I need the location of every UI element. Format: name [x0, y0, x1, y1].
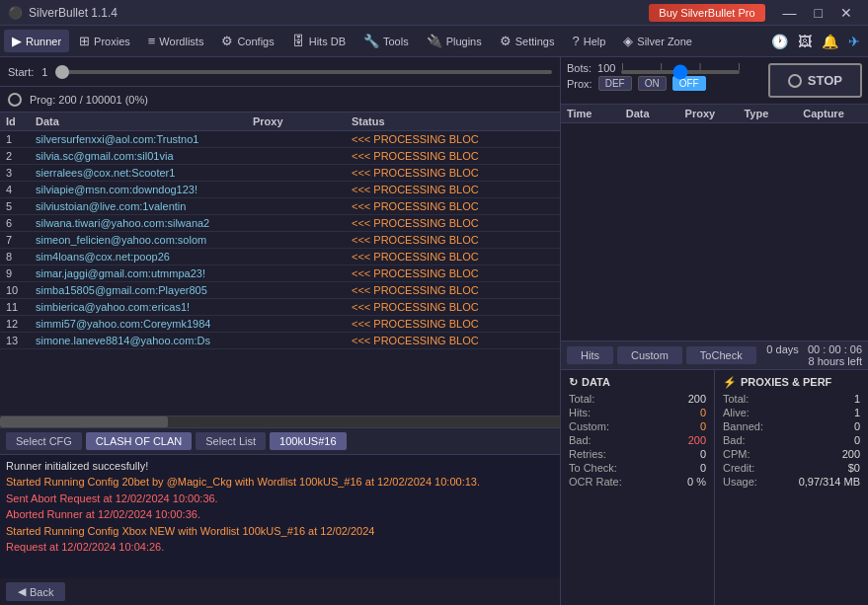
nav-settings[interactable]: ⚙ Settings: [492, 30, 563, 52]
cell-id: 7: [6, 234, 36, 246]
stat-label: Custom:: [569, 420, 609, 432]
cell-id: 8: [6, 251, 36, 263]
stat-label: To Check:: [569, 462, 617, 474]
table-row: 7 simeon_felicien@yahoo.com:solom <<< PR…: [0, 232, 560, 249]
start-slider[interactable]: [55, 70, 552, 74]
nav-help[interactable]: ? Help: [564, 30, 613, 52]
config-name-button[interactable]: CLASH OF CLAN: [86, 432, 192, 450]
cell-data: silvia.sc@gmail.com:sil01via: [36, 150, 253, 162]
cell-proxy: [253, 234, 352, 246]
table-row: 9 simar.jaggi@gmail.com:utmmpa23! <<< PR…: [0, 265, 560, 282]
timer-days-time: 0 days 00 : 00 : 06: [766, 343, 862, 355]
log-line: Runner initialized succesfully!: [6, 459, 554, 474]
runner-icon: ▶: [12, 34, 22, 48]
stat-row: CPM: 200: [723, 448, 860, 460]
cell-status: <<< PROCESSING BLOC: [352, 301, 554, 313]
stat-value: 200: [842, 448, 860, 460]
col-id-header: Id: [6, 115, 36, 127]
nav-runner[interactable]: ▶ Runner: [4, 30, 69, 52]
timer-hit-area: Hits Custom ToCheck 0 days 00 : 00 : 06 …: [561, 341, 868, 370]
stat-value: 0: [700, 462, 706, 474]
nav-hitsdb[interactable]: 🗄 Hits DB: [284, 30, 354, 52]
cell-proxy: [253, 267, 352, 279]
silverzone-icon: ◈: [623, 34, 633, 48]
stat-label: OCR Rate:: [569, 476, 622, 488]
stat-row: Bad: 0: [723, 434, 860, 446]
hits-table-header: Time Data Proxy Type Capture: [561, 105, 868, 123]
stat-label: Retries:: [569, 448, 606, 460]
cell-data: sim4loans@cox.net:poop26: [36, 251, 253, 263]
nav-runner-label: Runner: [26, 36, 61, 47]
stat-row: Total: 1: [723, 393, 860, 405]
stat-row: Hits: 0: [569, 407, 706, 418]
stop-button[interactable]: STOP: [768, 63, 862, 98]
nav-proxies[interactable]: ⊞ Proxies: [71, 30, 138, 52]
start-value: 1: [41, 66, 47, 78]
list-name-button[interactable]: 100kUS#16: [270, 432, 347, 450]
help-icon: ?: [572, 34, 579, 48]
cell-id: 10: [6, 284, 36, 296]
stat-row: Custom: 0: [569, 420, 706, 432]
col-status-header: Status: [352, 115, 554, 127]
cell-data: silversurfenxxi@aol.com:Trustno1: [36, 133, 253, 145]
stat-value: 200: [688, 434, 706, 446]
select-cfg-button[interactable]: Select CFG: [6, 432, 82, 450]
bots-value: 100: [597, 62, 615, 74]
nav-silverzone[interactable]: ◈ Silver Zone: [615, 30, 700, 52]
cell-data: silwana.tiwari@yahoo.com:silwana2: [36, 217, 253, 229]
nav-plugins[interactable]: 🔌 Plugins: [419, 30, 490, 52]
nav-settings-label: Settings: [515, 36, 555, 47]
main-content: Start: 1 Prog: 200 / 100001 (0%) Id Data…: [0, 57, 868, 605]
hitsdb-icon: 🗄: [292, 34, 305, 48]
cell-data: silviustoian@live.com:1valentin: [36, 200, 253, 212]
nav-silverzone-label: Silver Zone: [637, 36, 692, 47]
cell-status: <<< PROCESSING BLOC: [352, 318, 554, 330]
stat-value: 0 %: [687, 476, 706, 488]
nav-hitsdb-label: Hits DB: [309, 36, 346, 47]
bots-slider[interactable]: [621, 70, 740, 74]
stat-row: Bad: 200: [569, 434, 706, 446]
hits-button[interactable]: Hits: [567, 346, 613, 364]
tocheck-button[interactable]: ToCheck: [686, 346, 756, 364]
nav-tools[interactable]: 🔧 Tools: [355, 30, 417, 52]
timer-display: 0 days 00 : 00 : 06 8 hours left: [766, 343, 862, 367]
nav-wordlists[interactable]: ≡ Wordlists: [140, 30, 212, 52]
cell-id: 9: [6, 267, 36, 279]
log-line: Aborted Runner at 12/02/2024 10:00:36.: [6, 507, 554, 522]
table-row: 1 silversurfenxxi@aol.com:Trustno1 <<< P…: [0, 131, 560, 148]
left-panel: Start: 1 Prog: 200 / 100001 (0%) Id Data…: [0, 57, 561, 605]
data-stats-rows: Total: 200 Hits: 0 Custom: 0 Bad: 200 Re…: [569, 393, 706, 488]
table-body: 1 silversurfenxxi@aol.com:Trustno1 <<< P…: [0, 131, 560, 416]
cell-status: <<< PROCESSING BLOC: [352, 184, 554, 195]
cell-data: simmi57@yahoo.com:Coreymk1984: [36, 318, 253, 330]
cell-data: silviapie@msn.com:downdog123!: [36, 184, 253, 195]
nav-bar: ▶ Runner ⊞ Proxies ≡ Wordlists ⚙ Configs…: [0, 26, 868, 57]
perf-stats-title: ⚡ PROXIES & PERF: [723, 376, 860, 389]
cell-data: simba15805@gmail.com:Player805: [36, 284, 253, 296]
minimize-button[interactable]: —: [775, 4, 805, 22]
buy-button[interactable]: Buy SilverBullet Pro: [649, 4, 764, 22]
nav-plugins-label: Plugins: [446, 36, 482, 47]
horizontal-scrollbar[interactable]: [0, 416, 560, 427]
table-row: 10 simba15805@gmail.com:Player805 <<< PR…: [0, 282, 560, 299]
stat-value: 0: [700, 448, 706, 460]
nav-configs[interactable]: ⚙ Configs: [213, 30, 281, 52]
configs-icon: ⚙: [221, 34, 233, 48]
progress-text: Prog: 200 / 100001 (0%): [30, 94, 148, 106]
maximize-button[interactable]: □: [807, 4, 830, 22]
stat-label: Banned:: [723, 420, 763, 432]
screen-icon: 🖼: [794, 34, 816, 49]
log-line: Request at 12/02/2024 10:04:26.: [6, 540, 554, 555]
cell-status: <<< PROCESSING BLOC: [352, 150, 554, 162]
hits-col-data: Data: [626, 108, 685, 119]
title-bar: ⚫ SilverBullet 1.1.4 Buy SilverBullet Pr…: [0, 0, 868, 26]
custom-button[interactable]: Custom: [617, 346, 682, 364]
close-button[interactable]: ✕: [832, 4, 860, 22]
select-list-button[interactable]: Select List: [196, 432, 266, 450]
nav-configs-label: Configs: [237, 36, 274, 47]
cell-data: simbierica@yahoo.com:ericas1!: [36, 301, 253, 313]
stop-icon: [788, 74, 802, 88]
back-button[interactable]: ◀ Back: [6, 582, 65, 601]
right-bottom: ↻ DATA Total: 200 Hits: 0 Custom: 0 Bad:…: [561, 370, 868, 606]
log-area: Runner initialized succesfully!Started R…: [0, 455, 560, 578]
